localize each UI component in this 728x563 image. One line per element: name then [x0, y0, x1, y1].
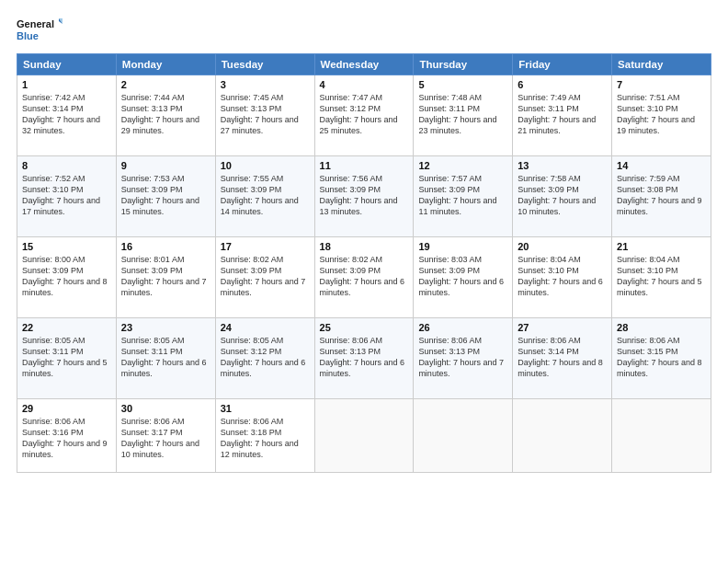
- cell-sun-info: Sunrise: 8:02 AM Sunset: 3:09 PM Dayligh…: [221, 254, 310, 299]
- calendar-cell: 7Sunrise: 7:51 AM Sunset: 3:10 PM Daylig…: [612, 75, 711, 156]
- calendar-cell: 12Sunrise: 7:57 AM Sunset: 3:09 PM Dayli…: [414, 156, 513, 237]
- calendar-cell: 23Sunrise: 8:05 AM Sunset: 3:11 PM Dayli…: [116, 318, 215, 399]
- calendar-cell: 9Sunrise: 7:53 AM Sunset: 3:09 PM Daylig…: [116, 156, 215, 237]
- cell-sun-info: Sunrise: 8:00 AM Sunset: 3:09 PM Dayligh…: [22, 254, 111, 299]
- calendar-cell: 30Sunrise: 8:06 AM Sunset: 3:17 PM Dayli…: [116, 399, 215, 473]
- calendar-header-friday: Friday: [513, 54, 612, 75]
- calendar-week-2: 8Sunrise: 7:52 AM Sunset: 3:10 PM Daylig…: [17, 156, 711, 237]
- calendar-cell: 28Sunrise: 8:06 AM Sunset: 3:15 PM Dayli…: [612, 318, 711, 399]
- day-number: 6: [518, 79, 607, 90]
- day-number: 22: [22, 322, 111, 333]
- calendar-cell: 20Sunrise: 8:04 AM Sunset: 3:10 PM Dayli…: [513, 237, 612, 318]
- day-number: 15: [22, 241, 111, 252]
- calendar-cell: 11Sunrise: 7:56 AM Sunset: 3:09 PM Dayli…: [314, 156, 414, 237]
- day-number: 11: [320, 160, 409, 171]
- cell-sun-info: Sunrise: 8:06 AM Sunset: 3:15 PM Dayligh…: [617, 335, 706, 380]
- calendar-cell: 3Sunrise: 7:45 AM Sunset: 3:13 PM Daylig…: [215, 75, 314, 156]
- calendar-cell: 16Sunrise: 8:01 AM Sunset: 3:09 PM Dayli…: [116, 237, 215, 318]
- calendar-cell: 8Sunrise: 7:52 AM Sunset: 3:10 PM Daylig…: [17, 156, 117, 237]
- calendar-cell: 5Sunrise: 7:48 AM Sunset: 3:11 PM Daylig…: [414, 75, 513, 156]
- day-number: 14: [617, 160, 706, 171]
- calendar-cell: 31Sunrise: 8:06 AM Sunset: 3:18 PM Dayli…: [215, 399, 314, 473]
- day-number: 5: [418, 79, 507, 90]
- cell-sun-info: Sunrise: 8:04 AM Sunset: 3:10 PM Dayligh…: [617, 254, 706, 299]
- calendar-cell: 14Sunrise: 7:59 AM Sunset: 3:08 PM Dayli…: [612, 156, 711, 237]
- logo: General Blue: [17, 17, 63, 44]
- calendar-cell: [414, 399, 513, 473]
- calendar-week-3: 15Sunrise: 8:00 AM Sunset: 3:09 PM Dayli…: [17, 237, 711, 318]
- logo-svg: General Blue: [17, 17, 63, 44]
- cell-sun-info: Sunrise: 7:57 AM Sunset: 3:09 PM Dayligh…: [418, 173, 507, 218]
- cell-sun-info: Sunrise: 8:05 AM Sunset: 3:11 PM Dayligh…: [121, 335, 210, 380]
- calendar-cell: [612, 399, 711, 473]
- cell-sun-info: Sunrise: 8:04 AM Sunset: 3:10 PM Dayligh…: [518, 254, 607, 299]
- calendar-cell: [513, 399, 612, 473]
- svg-text:General: General: [17, 18, 54, 29]
- calendar-header-sunday: Sunday: [17, 54, 117, 75]
- calendar-header-monday: Monday: [116, 54, 215, 75]
- cell-sun-info: Sunrise: 7:44 AM Sunset: 3:13 PM Dayligh…: [121, 92, 210, 137]
- cell-sun-info: Sunrise: 7:55 AM Sunset: 3:09 PM Dayligh…: [221, 173, 310, 218]
- header: General Blue: [17, 17, 711, 44]
- calendar-week-1: 1Sunrise: 7:42 AM Sunset: 3:14 PM Daylig…: [17, 75, 711, 156]
- cell-sun-info: Sunrise: 7:58 AM Sunset: 3:09 PM Dayligh…: [518, 173, 607, 218]
- day-number: 31: [221, 403, 310, 414]
- calendar-cell: 13Sunrise: 7:58 AM Sunset: 3:09 PM Dayli…: [513, 156, 612, 237]
- cell-sun-info: Sunrise: 8:06 AM Sunset: 3:18 PM Dayligh…: [221, 416, 310, 461]
- cell-sun-info: Sunrise: 8:06 AM Sunset: 3:14 PM Dayligh…: [518, 335, 607, 380]
- day-number: 19: [418, 241, 507, 252]
- cell-sun-info: Sunrise: 8:05 AM Sunset: 3:12 PM Dayligh…: [221, 335, 310, 380]
- cell-sun-info: Sunrise: 8:05 AM Sunset: 3:11 PM Dayligh…: [22, 335, 111, 380]
- calendar-cell: 21Sunrise: 8:04 AM Sunset: 3:10 PM Dayli…: [612, 237, 711, 318]
- calendar-cell: 25Sunrise: 8:06 AM Sunset: 3:13 PM Dayli…: [314, 318, 414, 399]
- day-number: 18: [320, 241, 409, 252]
- cell-sun-info: Sunrise: 7:47 AM Sunset: 3:12 PM Dayligh…: [320, 92, 409, 137]
- day-number: 26: [418, 322, 507, 333]
- calendar-cell: 27Sunrise: 8:06 AM Sunset: 3:14 PM Dayli…: [513, 318, 612, 399]
- day-number: 29: [22, 403, 111, 414]
- svg-text:Blue: Blue: [17, 30, 39, 41]
- cell-sun-info: Sunrise: 8:06 AM Sunset: 3:13 PM Dayligh…: [418, 335, 507, 380]
- calendar-cell: 22Sunrise: 8:05 AM Sunset: 3:11 PM Dayli…: [17, 318, 117, 399]
- day-number: 2: [121, 79, 210, 90]
- calendar-table: SundayMondayTuesdayWednesdayThursdayFrid…: [17, 53, 711, 473]
- calendar-cell: 15Sunrise: 8:00 AM Sunset: 3:09 PM Dayli…: [17, 237, 117, 318]
- calendar-week-4: 22Sunrise: 8:05 AM Sunset: 3:11 PM Dayli…: [17, 318, 711, 399]
- day-number: 3: [221, 79, 310, 90]
- cell-sun-info: Sunrise: 7:48 AM Sunset: 3:11 PM Dayligh…: [418, 92, 507, 137]
- day-number: 10: [221, 160, 310, 171]
- calendar-header-tuesday: Tuesday: [215, 54, 314, 75]
- day-number: 8: [22, 160, 111, 171]
- calendar-cell: 26Sunrise: 8:06 AM Sunset: 3:13 PM Dayli…: [414, 318, 513, 399]
- calendar-cell: 18Sunrise: 8:02 AM Sunset: 3:09 PM Dayli…: [314, 237, 414, 318]
- calendar-body: 1Sunrise: 7:42 AM Sunset: 3:14 PM Daylig…: [17, 75, 711, 473]
- day-number: 13: [518, 160, 607, 171]
- calendar-cell: 17Sunrise: 8:02 AM Sunset: 3:09 PM Dayli…: [215, 237, 314, 318]
- day-number: 25: [320, 322, 409, 333]
- calendar-cell: [314, 399, 414, 473]
- cell-sun-info: Sunrise: 7:56 AM Sunset: 3:09 PM Dayligh…: [320, 173, 409, 218]
- cell-sun-info: Sunrise: 7:52 AM Sunset: 3:10 PM Dayligh…: [22, 173, 111, 218]
- cell-sun-info: Sunrise: 7:49 AM Sunset: 3:11 PM Dayligh…: [518, 92, 607, 137]
- cell-sun-info: Sunrise: 8:06 AM Sunset: 3:13 PM Dayligh…: [320, 335, 409, 380]
- cell-sun-info: Sunrise: 8:06 AM Sunset: 3:17 PM Dayligh…: [121, 416, 210, 461]
- day-number: 4: [320, 79, 409, 90]
- day-number: 12: [418, 160, 507, 171]
- day-number: 23: [121, 322, 210, 333]
- calendar-cell: 24Sunrise: 8:05 AM Sunset: 3:12 PM Dayli…: [215, 318, 314, 399]
- cell-sun-info: Sunrise: 7:53 AM Sunset: 3:09 PM Dayligh…: [121, 173, 210, 218]
- calendar-header-wednesday: Wednesday: [314, 54, 414, 75]
- day-number: 7: [617, 79, 706, 90]
- calendar-cell: 1Sunrise: 7:42 AM Sunset: 3:14 PM Daylig…: [17, 75, 117, 156]
- day-number: 28: [617, 322, 706, 333]
- day-number: 24: [221, 322, 310, 333]
- cell-sun-info: Sunrise: 7:42 AM Sunset: 3:14 PM Dayligh…: [22, 92, 111, 137]
- calendar-cell: 19Sunrise: 8:03 AM Sunset: 3:09 PM Dayli…: [414, 237, 513, 318]
- calendar-cell: 2Sunrise: 7:44 AM Sunset: 3:13 PM Daylig…: [116, 75, 215, 156]
- day-number: 20: [518, 241, 607, 252]
- calendar-cell: 29Sunrise: 8:06 AM Sunset: 3:16 PM Dayli…: [17, 399, 117, 473]
- cell-sun-info: Sunrise: 8:06 AM Sunset: 3:16 PM Dayligh…: [22, 416, 111, 461]
- page: General Blue SundayMondayTuesdayWednesda…: [0, 0, 728, 563]
- cell-sun-info: Sunrise: 8:03 AM Sunset: 3:09 PM Dayligh…: [418, 254, 507, 299]
- cell-sun-info: Sunrise: 7:51 AM Sunset: 3:10 PM Dayligh…: [617, 92, 706, 137]
